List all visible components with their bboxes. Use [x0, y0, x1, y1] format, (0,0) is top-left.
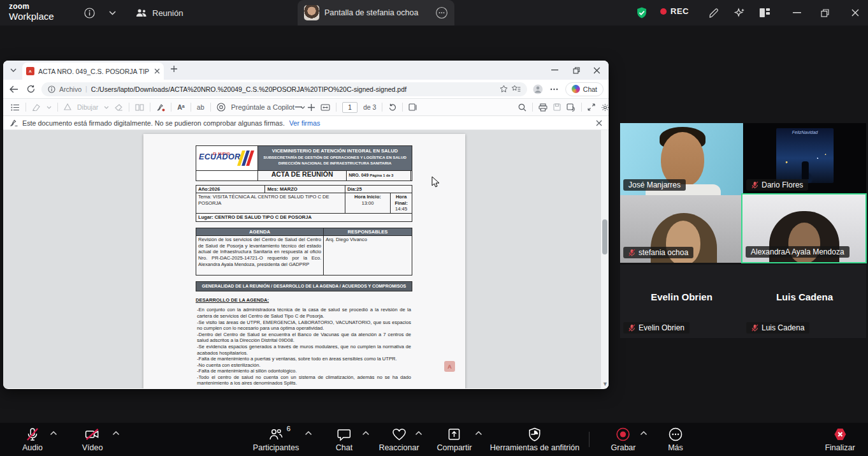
audio-options-chevron[interactable] [50, 431, 57, 436]
browser-close-button[interactable] [586, 61, 607, 80]
doc-bullet: -En conjunto con la administradora técni… [197, 307, 411, 319]
more-button[interactable]: Más [668, 427, 683, 452]
video-tile-alexandra-ayala-active-speaker[interactable]: AlexandraA Ayala Mendoza [741, 193, 867, 263]
pdf-erase-icon[interactable] [115, 104, 123, 111]
doc-bullet: -No cuenta con esterilización. [197, 362, 411, 369]
security-shield-icon[interactable] [634, 5, 649, 20]
doc-hora-final: 14:45 [395, 206, 407, 212]
view-layout-icon[interactable] [757, 5, 772, 20]
ai-companion-sparkle-icon[interactable] [732, 5, 747, 20]
annotate-pencil-icon[interactable] [706, 5, 721, 20]
participants-button[interactable]: 6 Participantes [253, 427, 299, 452]
pdf-two-page-icon[interactable] [135, 104, 144, 111]
pdf-read-aloud-icon[interactable]: Aᵃ [177, 103, 185, 111]
banner-close-icon[interactable] [596, 120, 602, 126]
record-options-chevron[interactable] [640, 431, 647, 436]
video-tile-jose-manjarres[interactable]: José Manjarres [620, 123, 743, 195]
rotate-icon[interactable] [388, 103, 396, 111]
scroll-down-arrow-icon[interactable]: ▼ [602, 381, 608, 387]
pdf-draw-icon[interactable] [64, 103, 71, 111]
host-tools-label: Herramientas de anfitrión [490, 443, 579, 452]
video-tile-dario-flores[interactable]: FelizNavidad Dario Flores [743, 123, 866, 195]
end-meeting-button[interactable]: Finalizar [825, 427, 855, 452]
bookmark-star-icon[interactable] [500, 85, 508, 93]
back-icon[interactable] [8, 85, 20, 93]
browser-menu-icon[interactable] [549, 88, 560, 91]
pdf-settings-gear-icon[interactable] [601, 103, 609, 112]
address-field[interactable]: Archivo | C:/Users/lapto/Downloads/ACTA%… [41, 82, 527, 96]
participant-name: stefania ochoa [639, 248, 688, 257]
chat-button[interactable]: Chat [336, 427, 352, 452]
doc-hora-inicio-label: Hora Inicio: [354, 194, 381, 200]
page-number-input[interactable] [342, 102, 358, 113]
participants-options-chevron[interactable] [305, 431, 312, 436]
page-info-icon[interactable] [48, 85, 55, 93]
save-icon[interactable] [553, 103, 561, 111]
tab-meeting[interactable]: Reunión [136, 0, 183, 26]
pdf-scrollbar-thumb[interactable] [602, 219, 607, 254]
tab-more-icon[interactable] [435, 6, 448, 19]
host-tools-shield-icon [527, 427, 542, 442]
pdf-contents-icon[interactable] [11, 104, 20, 111]
pdf-copilot-label[interactable]: Pregúntale a Copilot [231, 103, 295, 111]
browser-minimize-button[interactable] [544, 61, 565, 80]
nameplate: José Manjarres [623, 179, 686, 191]
tab-search-chevron-icon[interactable] [7, 64, 20, 77]
share-button[interactable]: Compartir [437, 427, 472, 452]
signature-warning-banner: Este documento está firmado digitalmente… [3, 116, 609, 130]
view-signatures-link[interactable]: Ver firmas [289, 119, 321, 127]
browser-restore-button[interactable] [565, 61, 587, 80]
doc-header-line2: SUBSECRETARÍA DE GESTIÓN DE OPERACIONES … [259, 154, 410, 161]
signature-banner-text: Este documento está firmado digitalmente… [22, 119, 285, 127]
pdf-draw-chevron-icon[interactable] [104, 106, 109, 109]
react-options-chevron[interactable] [416, 431, 423, 436]
zoom-in-icon[interactable] [308, 104, 315, 111]
pdf-highlight-chevron-icon[interactable] [47, 106, 52, 109]
profile-avatar-icon[interactable] [532, 84, 544, 94]
fit-to-width-icon[interactable] [321, 104, 330, 111]
fullscreen-icon[interactable] [588, 103, 595, 111]
zoom-out-icon[interactable] [295, 107, 302, 108]
meeting-info-icon[interactable] [82, 5, 97, 20]
pdf-draw-label[interactable]: Dibujar [77, 103, 98, 111]
close-button[interactable] [848, 5, 863, 20]
audio-button[interactable]: Audio [22, 427, 43, 452]
print-icon[interactable] [539, 103, 547, 112]
section-band: GENERALIDAD DE LA REUNIÓN / DESARROLLO D… [196, 281, 412, 291]
video-tile-evelin-obrien[interactable]: Evelin Obrien Evelin Obrien [620, 265, 743, 338]
tab-shared-screen[interactable]: Pantalla de stefania ochoa [298, 0, 454, 26]
host-tools-button[interactable]: Herramientas de anfitrión [490, 427, 579, 452]
pdf-copilot-icon[interactable] [217, 103, 226, 112]
minimize-button[interactable] [789, 5, 804, 20]
chat-options-chevron[interactable] [363, 431, 370, 436]
tab-close-icon[interactable] [154, 68, 160, 74]
adobe-acrobat-badge-icon[interactable]: A [444, 361, 455, 372]
pdf-search-icon[interactable] [518, 103, 526, 112]
camera-muted-icon [84, 427, 101, 442]
video-tile-luis-cadena[interactable]: Luis Cadena Luis Cadena [743, 265, 866, 338]
pdf-scrollbar[interactable]: ▼ [601, 130, 609, 388]
new-tab-button[interactable] [170, 65, 178, 73]
copilot-chat-button[interactable]: Chat [565, 82, 604, 96]
browser-tab-active[interactable]: A ACTA NRO. 049_C.S. POSORJA TIP [22, 63, 164, 80]
video-tile-stefania-ochoa[interactable]: stefania ochoa [620, 195, 743, 263]
doc-hora-final-label: Hora Final: [394, 194, 407, 206]
react-button[interactable]: Reaccionar [379, 427, 419, 452]
share-options-chevron[interactable] [475, 431, 482, 436]
page-view-icon[interactable] [409, 103, 417, 111]
rec-label: REC [670, 6, 689, 16]
pdf-viewer[interactable]: EL NUEVO ECUADOR VICEMINISTERIO DE ATENC… [3, 130, 609, 388]
save-as-icon[interactable] [567, 103, 575, 112]
video-button[interactable]: Vídeo [82, 427, 103, 452]
pdf-text-select-icon[interactable]: ab [197, 103, 205, 111]
restore-button[interactable] [817, 5, 832, 20]
record-button[interactable]: Grabar [611, 427, 636, 452]
react-label: Reaccionar [379, 443, 419, 452]
pdf-signature-icon[interactable] [156, 103, 165, 112]
titlebar-chevron-down-icon[interactable] [105, 5, 120, 20]
mouse-cursor [431, 176, 440, 188]
refresh-icon[interactable] [25, 85, 36, 93]
pdf-highlight-icon[interactable] [32, 103, 41, 111]
video-options-chevron[interactable] [113, 431, 120, 436]
favorites-list-icon[interactable] [512, 85, 521, 93]
